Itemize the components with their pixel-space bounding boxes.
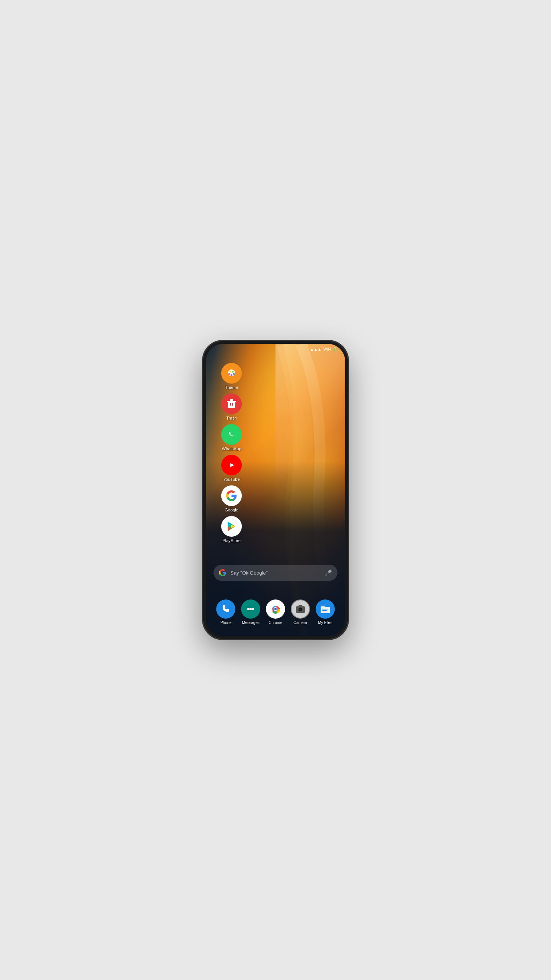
app-icons-list: Theme Trash [221,363,242,543]
svg-point-18 [247,608,249,610]
phone-dock-icon [216,599,235,619]
svg-rect-8 [230,399,233,401]
theme-label: Theme [225,385,238,390]
mic-icon: 🎤 [324,569,332,577]
svg-point-2 [230,371,231,373]
svg-point-1 [228,373,230,375]
svg-point-11 [227,430,236,439]
google-label: Google [225,508,238,512]
app-item-youtube[interactable]: YouTube [221,455,242,482]
messages-dock-icon [241,599,260,619]
playstore-label: PlayStore [222,538,241,543]
myfiles-dock-label: My Files [318,621,332,625]
dock-item-camera[interactable]: Camera [291,599,310,625]
app-item-google[interactable]: Google [221,485,242,512]
whatsapp-label: WhatsApp [222,446,241,451]
svg-rect-10 [232,403,233,406]
svg-rect-9 [230,403,231,406]
phone-screen: ▲▲▲ WiFi 🔋 Theme [206,344,345,636]
google-logo-search [219,569,227,577]
battery-icon: 🔋 [333,347,337,351]
phone-device: ▲▲▲ WiFi 🔋 Theme [203,341,348,639]
dock-item-myfiles[interactable]: My Files [316,599,335,625]
svg-rect-32 [322,609,328,609]
svg-point-19 [249,608,252,610]
whatsapp-icon [221,424,242,445]
camera-dock-label: Camera [293,621,307,625]
svg-point-25 [274,608,277,610]
phone-dock-label: Phone [220,621,231,625]
google-icon [221,485,242,506]
svg-point-30 [299,609,300,609]
app-item-theme[interactable]: Theme [221,363,242,390]
dock-item-chrome[interactable]: Chrome [266,599,285,625]
playstore-icon [221,516,242,537]
signal-icon: ▲▲▲ [310,347,321,351]
trash-icon [221,394,242,414]
chrome-dock-label: Chrome [269,621,282,625]
dock-item-phone[interactable]: Phone [216,599,235,625]
wifi-icon: WiFi [323,347,331,351]
svg-rect-31 [321,607,330,613]
svg-point-20 [252,608,254,610]
svg-point-5 [231,374,233,376]
app-item-whatsapp[interactable]: WhatsApp [221,424,242,451]
svg-rect-6 [228,402,235,408]
app-item-trash[interactable]: Trash [221,394,242,420]
app-item-playstore[interactable]: PlayStore [221,516,242,543]
svg-rect-7 [227,401,236,402]
svg-rect-33 [322,610,327,611]
youtube-icon [221,455,242,475]
myfiles-dock-icon [316,599,335,619]
camera-dock-icon [291,599,310,619]
svg-point-3 [232,371,234,373]
app-dock: Phone Messages [210,595,341,625]
youtube-label: YouTube [223,477,240,482]
status-bar: ▲▲▲ WiFi 🔋 [206,344,345,354]
trash-label: Trash [226,416,237,420]
theme-icon [221,363,242,384]
dock-item-messages[interactable]: Messages [241,599,260,625]
chrome-dock-icon [266,599,285,619]
search-bar[interactable]: Say "Ok Google" 🎤 [214,565,337,581]
messages-dock-label: Messages [242,621,259,625]
svg-point-4 [233,373,235,375]
search-placeholder: Say "Ok Google" [230,570,321,576]
